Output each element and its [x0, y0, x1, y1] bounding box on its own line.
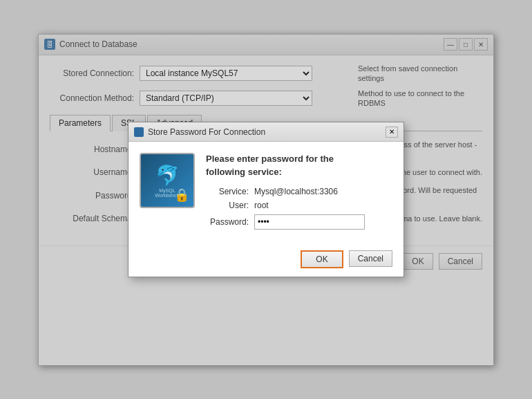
dialog-cancel-button[interactable]: Cancel: [349, 250, 392, 267]
dialog-password-label: Password:: [206, 217, 254, 227]
dialog-title: Store Password For Connection: [134, 127, 265, 137]
dialog-footer: OK Cancel: [129, 245, 403, 277]
dialog-body: 🐬 MySQL Workbench 🔒 Please enter passwor…: [129, 142, 403, 244]
dialog-heading: Please enter password for the following …: [206, 153, 392, 178]
user-label: User:: [206, 201, 254, 210]
dialog-title-text: Store Password For Connection: [148, 127, 265, 137]
dialog-close-button[interactable]: ✕: [386, 127, 398, 138]
dialog-password-input[interactable]: [254, 214, 365, 230]
user-row: User: root: [206, 201, 392, 210]
service-value: Mysql@localhost:3306: [254, 187, 338, 196]
main-window: 🗄 Connect to Database — □ ✕ Stored Conne…: [38, 34, 494, 366]
service-row: Service: Mysql@localhost:3306: [206, 187, 392, 196]
dialog-logo: 🐬 MySQL Workbench 🔒: [140, 153, 195, 208]
dialog-password-row: Password:: [206, 214, 392, 230]
dialog-ok-button[interactable]: OK: [301, 250, 343, 268]
lock-icon: 🔒: [174, 187, 189, 203]
dialog-form: Please enter password for the following …: [206, 153, 392, 233]
password-dialog-overlay: Store Password For Connection ✕ 🐬 MySQL …: [39, 35, 493, 365]
service-label: Service:: [206, 187, 254, 196]
dialog-titlebar: Store Password For Connection ✕: [129, 122, 403, 142]
dolphin-icon: 🐬: [155, 164, 180, 187]
user-value: root: [254, 201, 269, 210]
dialog-icon: [134, 127, 144, 137]
password-dialog: Store Password For Connection ✕ 🐬 MySQL …: [128, 122, 404, 277]
